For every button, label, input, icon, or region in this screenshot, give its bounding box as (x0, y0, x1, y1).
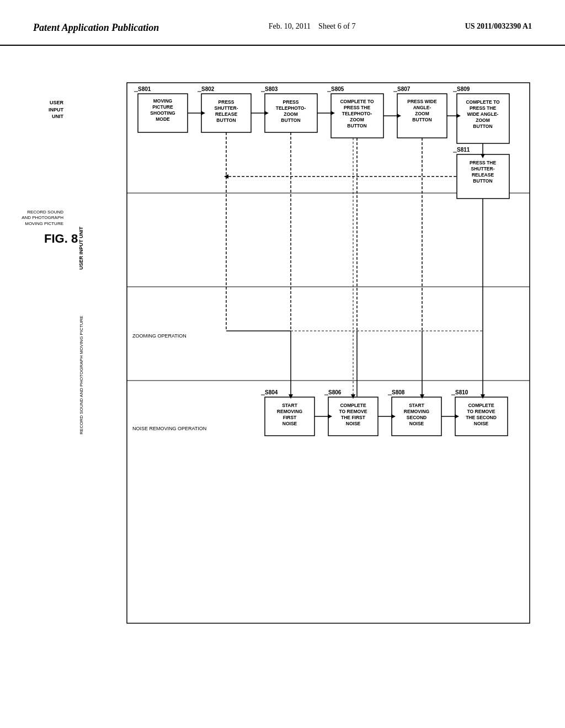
svg-text:TO REMOVE: TO REMOVE (339, 409, 367, 414)
svg-text:MODE: MODE (156, 116, 170, 122)
svg-text:FIRST: FIRST (283, 415, 297, 420)
patent-number: US 2011/0032390 A1 (465, 22, 532, 31)
svg-text:ZOOM: ZOOM (415, 111, 429, 116)
svg-text:TELEPHOTO-: TELEPHOTO- (276, 105, 306, 111)
svg-text:SHUTTER-: SHUTTER- (471, 166, 495, 172)
label-s801: S801 (138, 86, 151, 92)
svg-text:NOISE: NOISE (409, 421, 424, 426)
svg-text:NOISE: NOISE (474, 421, 489, 426)
label-s810: S810 (455, 389, 468, 395)
label-s806: S806 (328, 389, 342, 395)
svg-text:BUTTON: BUTTON (473, 178, 492, 184)
svg-text:PRESS: PRESS (283, 99, 299, 105)
svg-text:NOISE: NOISE (282, 421, 297, 426)
svg-text:START: START (282, 403, 298, 408)
label-s809: S809 (457, 86, 470, 92)
sheet-info: Sheet 6 of 7 (318, 22, 355, 30)
row-label-record: RECORD SOUNDAND PHOTOGRAPHMOVING PICTURE (0, 210, 63, 227)
svg-text:PRESS THE: PRESS THE (470, 105, 497, 111)
svg-text:PRESS: PRESS (218, 99, 234, 105)
label-user-input: USER INPUT UNIT (78, 227, 84, 270)
svg-text:SECOND: SECOND (407, 415, 427, 420)
label-noise-removing: NOISE REMOVING OPERATION (132, 426, 206, 431)
svg-text:PICTURE: PICTURE (152, 104, 173, 110)
svg-text:BUTTON: BUTTON (347, 123, 366, 129)
row-label-user-input: USERINPUTUNIT (8, 99, 63, 120)
svg-text:THE SECOND: THE SECOND (466, 415, 497, 420)
svg-text:BUTTON: BUTTON (216, 117, 236, 123)
svg-text:PRESS WIDE: PRESS WIDE (407, 99, 437, 104)
svg-text:COMPLETE TO: COMPLETE TO (466, 99, 500, 105)
label-s811: S811 (457, 147, 470, 153)
svg-text:RELEASE: RELEASE (215, 111, 237, 117)
svg-text:REMOVING: REMOVING (404, 409, 430, 414)
svg-text:MOVING: MOVING (153, 98, 173, 104)
label-s802: S802 (201, 86, 215, 92)
label-s803: S803 (265, 86, 278, 92)
svg-text:BUTTON: BUTTON (412, 117, 431, 122)
svg-text:BUTTON: BUTTON (281, 117, 300, 123)
label-record: RECORD SOUND AND PHOTOGRAPH MOVING PICTU… (79, 315, 84, 434)
svg-text:COMPLETE TO: COMPLETE TO (340, 99, 374, 104)
svg-text:COMPLETE: COMPLETE (468, 403, 494, 408)
diagram-area: USER INPUT UNIT RECORD SOUND AND PHOTOGR… (72, 77, 541, 695)
svg-text:PRESS THE: PRESS THE (470, 160, 497, 165)
svg-text:START: START (409, 403, 425, 408)
svg-text:THE FIRST: THE FIRST (341, 415, 366, 420)
svg-text:NOISE: NOISE (346, 421, 361, 426)
svg-text:COMPLETE: COMPLETE (340, 403, 366, 408)
svg-text:TELEPHOTO-: TELEPHOTO- (342, 111, 372, 116)
svg-text:ZOOM: ZOOM (476, 117, 490, 123)
header-center: Feb. 10, 2011 Sheet 6 of 7 (269, 22, 356, 31)
svg-text:TO REMOVE: TO REMOVE (467, 409, 495, 414)
diagram-svg: USER INPUT UNIT RECORD SOUND AND PHOTOGR… (72, 77, 541, 695)
svg-text:SHUTTER-: SHUTTER- (215, 105, 238, 111)
label-s805: S805 (331, 86, 344, 92)
svg-text:REMOVING: REMOVING (277, 409, 303, 414)
page-header: Patent Application Publication Feb. 10, … (0, 0, 565, 46)
svg-text:RELEASE: RELEASE (472, 172, 494, 178)
svg-text:ZOOM: ZOOM (284, 111, 298, 117)
svg-text:ANGLE-: ANGLE- (413, 105, 431, 110)
svg-text:WIDE ANGLE-: WIDE ANGLE- (467, 111, 499, 117)
pub-date: Feb. 10, 2011 (269, 22, 311, 30)
svg-text:BUTTON: BUTTON (473, 124, 492, 129)
publication-title: Patent Application Publication (33, 22, 159, 34)
svg-text:SHOOTING: SHOOTING (150, 110, 175, 116)
label-zooming: ZOOMING OPERATION (132, 333, 186, 339)
svg-text:PRESS THE: PRESS THE (344, 105, 371, 110)
svg-text:ZOOM: ZOOM (350, 117, 364, 122)
label-s808: S808 (392, 389, 405, 395)
label-s807: S807 (397, 86, 411, 92)
label-s804: S804 (265, 389, 278, 395)
